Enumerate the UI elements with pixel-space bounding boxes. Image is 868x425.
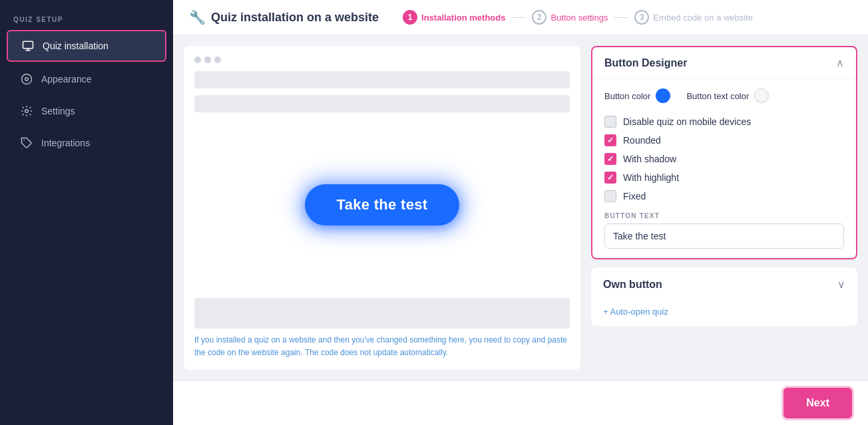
main-content: 🔧 Quiz installation on a website 1 Insta… [173,0,868,425]
header: 🔧 Quiz installation on a website 1 Insta… [173,0,868,35]
info-text: If you installed a quiz on a website and… [194,334,570,359]
monitor-icon [21,39,35,53]
checkbox-fixed[interactable]: Fixed [604,187,844,206]
own-button-title: Own button [603,279,662,291]
button-color-swatch[interactable] [656,88,670,103]
checkbox-disable-mobile-box[interactable] [604,116,616,128]
content-bar-2 [194,95,570,112]
sidebar-item-label: Integrations [41,138,90,148]
button-text-color-swatch[interactable] [754,88,769,103]
content-bars-top [194,71,570,112]
puzzle-icon [20,136,33,150]
checkbox-with-shadow-box[interactable]: ✓ [604,153,616,165]
sidebar-item-appearance[interactable]: Appearance [7,65,166,94]
browser-dots [194,57,570,63]
sidebar-item-settings[interactable]: Settings [7,96,166,126]
checkbox-with-shadow[interactable]: ✓ With shadow [604,150,844,168]
button-color-label: Button color [604,91,650,101]
dot-1 [194,57,201,63]
button-text-input[interactable] [604,223,844,249]
sidebar-item-quiz-installation[interactable]: Quiz installation [7,30,166,62]
checkbox-rounded[interactable]: ✓ Rounded [604,131,844,150]
own-button-header: Own button [591,267,857,301]
bottom-bar: Next [173,380,868,425]
expand-own-button-icon[interactable] [837,278,845,291]
button-designer-card: Button Designer Button color Button text… [591,46,857,259]
button-designer-title: Button Designer [604,57,687,69]
dot-2 [204,57,211,63]
right-panel: Button Designer Button color Button text… [591,46,857,370]
checkbox-rounded-label: Rounded [623,135,661,146]
checkbox-with-highlight-label: With highlight [623,172,679,183]
step-3[interactable]: 3 Embed code on a website [634,10,753,25]
gear-icon [20,104,33,118]
sidebar-item-integrations[interactable]: Integrations [7,128,166,158]
step-1[interactable]: 1 Installation methods [403,10,505,25]
checkbox-with-highlight-box[interactable]: ✓ [604,172,616,184]
step-3-num: 3 [634,10,649,25]
auto-open-quiz[interactable]: + Auto-open quiz [591,301,857,326]
button-text-field-label: BUTTON TEXT [604,212,844,219]
content-area: Take the test If you installed a quiz on… [173,35,868,380]
checkbox-disable-mobile-label: Disable quiz on mobile devices [623,116,751,127]
step-divider-1 [512,17,525,18]
sidebar-item-label: Quiz installation [43,41,108,51]
step-2[interactable]: 2 Button settings [532,10,608,25]
color-row: Button color Button text color [604,88,844,103]
checkbox-with-shadow-label: With shadow [623,154,676,164]
content-bar-3 [194,298,570,329]
button-text-color-label: Button text color [686,91,749,101]
checkbox-fixed-label: Fixed [623,191,646,202]
checkmark-icon: ✓ [607,173,614,182]
step-3-label: Embed code on a website [653,13,753,23]
collapse-button-designer-icon[interactable] [836,57,844,69]
step-1-label: Installation methods [421,13,505,23]
step-divider-2 [614,17,628,18]
button-designer-body: Button color Button text color Disable q… [592,79,856,258]
checkbox-rounded-box[interactable]: ✓ [604,134,616,146]
preview-panel: Take the test If you installed a quiz on… [184,46,580,370]
button-designer-header: Button Designer [592,47,856,79]
sidebar-item-label: Appearance [41,74,92,84]
step-2-num: 2 [532,10,546,25]
checkmark-icon: ✓ [607,136,614,145]
dot-3 [214,57,221,63]
sidebar-item-label: Settings [41,106,75,116]
sidebar: QUIZ SETUP Quiz installation Appearance … [0,0,173,425]
checkbox-with-highlight[interactable]: ✓ With highlight [604,168,844,187]
step-1-num: 1 [403,10,417,25]
own-button-card: Own button + Auto-open quiz [591,267,857,326]
page-title: 🔧 Quiz installation on a website [189,9,379,25]
svg-rect-0 [23,41,33,49]
content-bar-1 [194,71,570,88]
content-bars-bottom [194,298,570,329]
wrench-icon: 🔧 [189,9,206,25]
checkbox-fixed-box[interactable] [604,190,616,202]
svg-point-4 [25,78,29,81]
button-preview-area: Take the test [194,112,570,298]
step-2-label: Button settings [550,13,608,23]
next-button[interactable]: Next [783,388,852,418]
stepper: 1 Installation methods 2 Button settings… [403,10,753,25]
palette-icon [20,72,33,86]
svg-point-3 [22,74,32,84]
checkbox-disable-mobile[interactable]: Disable quiz on mobile devices [604,112,844,131]
preview-take-test-button[interactable]: Take the test [305,184,460,225]
button-color-item: Button color [604,88,670,103]
checkmark-icon: ✓ [607,154,614,164]
sidebar-section-label: QUIZ SETUP [0,0,173,29]
button-text-color-item: Button text color [686,88,769,103]
svg-point-5 [25,110,29,113]
